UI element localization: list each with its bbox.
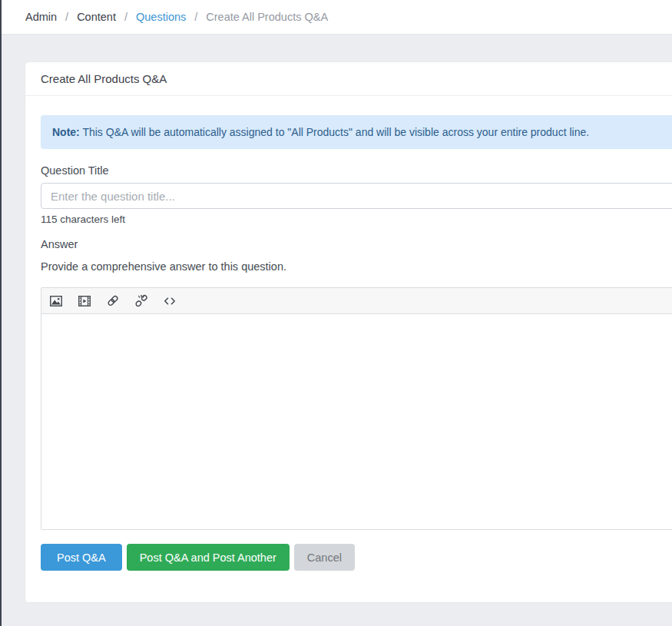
note-text: This Q&A will be automatically assigned … (80, 126, 589, 138)
editor-toolbar (41, 288, 672, 314)
create-qa-card: Create All Products Q&A Note: This Q&A w… (25, 61, 672, 603)
note-alert: Note: This Q&A will be automatically ass… (41, 115, 672, 149)
card-body: Note: This Q&A will be automatically ass… (25, 96, 672, 598)
code-view-icon[interactable] (164, 295, 176, 307)
post-qa-and-post-another-button[interactable]: Post Q&A and Post Another (127, 544, 290, 571)
answer-label: Answer (41, 238, 672, 250)
form-actions: Post Q&A Post Q&A and Post Another Cance… (41, 544, 672, 598)
insert-video-icon[interactable] (78, 295, 91, 307)
left-edge-strip (0, 0, 2, 626)
cancel-button[interactable]: Cancel (294, 544, 355, 571)
rich-text-editor (41, 287, 672, 530)
question-title-label: Question Title (41, 164, 672, 177)
page-content: Create All Products Q&A Note: This Q&A w… (0, 35, 672, 603)
insert-image-icon[interactable] (50, 295, 62, 307)
breadcrumb-admin[interactable]: Admin (25, 11, 57, 23)
unlink-icon[interactable] (135, 295, 147, 307)
breadcrumb-separator: / (65, 11, 68, 23)
breadcrumb-current-page: Create All Products Q&A (206, 11, 328, 23)
breadcrumb-separator: / (124, 11, 127, 23)
card-title: Create All Products Q&A (25, 62, 672, 96)
note-label: Note: (52, 126, 80, 138)
breadcrumb-content[interactable]: Content (77, 11, 116, 23)
characters-left-counter: 115 characters left (41, 214, 672, 225)
answer-editor-area[interactable] (41, 314, 672, 529)
question-title-input[interactable] (41, 183, 672, 209)
link-icon[interactable] (107, 295, 119, 307)
breadcrumb: Admin / Content / Questions / Create All… (0, 0, 672, 35)
breadcrumb-questions[interactable]: Questions (136, 11, 186, 23)
breadcrumb-separator: / (194, 11, 197, 23)
answer-help-text: Provide a comprehensive answer to this q… (41, 260, 672, 273)
post-qa-button[interactable]: Post Q&A (41, 544, 122, 571)
